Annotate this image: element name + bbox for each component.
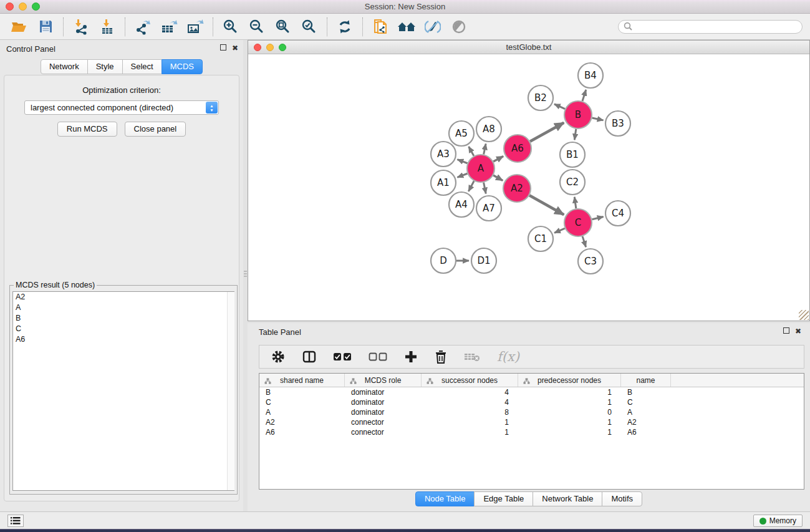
network-window-titlebar[interactable]: testGlobe.txt (248, 41, 809, 54)
graph-node-C[interactable]: C (564, 209, 592, 236)
graph-node-B2[interactable]: B2 (528, 85, 553, 110)
tab-network-table[interactable]: Network Table (533, 491, 602, 506)
graph-edge-A-A6[interactable] (493, 156, 503, 162)
splitter-grip[interactable] (244, 271, 247, 278)
close-panel-icon[interactable]: ✖ (232, 44, 238, 52)
graph-edge-B-B1[interactable] (574, 129, 576, 140)
table-cell[interactable]: A6 (259, 427, 345, 437)
tab-edge-table[interactable]: Edge Table (474, 491, 533, 506)
graph-node-D[interactable]: D (431, 248, 456, 273)
network-canvas[interactable]: B4B2BB3A5A8A6A3B1AA1C2A2A4A7C4CC1C3DD1 (249, 54, 809, 321)
save-session-icon[interactable] (35, 16, 56, 37)
graph-edge-B-B3[interactable] (592, 118, 603, 120)
refresh-icon[interactable] (334, 16, 355, 37)
mcds-result-item[interactable]: C (13, 324, 234, 334)
criterion-select[interactable]: largest connected component (directed) ▲… (24, 100, 219, 115)
graph-node-C4[interactable]: C4 (605, 201, 630, 226)
graph-edge-A2-C[interactable] (529, 195, 564, 215)
delete-column-icon[interactable] (435, 348, 447, 365)
table-settings-icon[interactable] (271, 348, 286, 365)
table-cell[interactable]: 1 (518, 417, 621, 427)
zoom-in-icon[interactable] (220, 16, 241, 37)
tab-node-table[interactable]: Node Table (415, 491, 475, 506)
graph-edge-A-A7[interactable] (484, 183, 486, 194)
graph-node-C3[interactable]: C3 (578, 249, 603, 274)
column-header[interactable]: shared name (259, 374, 345, 387)
tab-network[interactable]: Network (41, 59, 88, 74)
graph-edge-C-C3[interactable] (582, 236, 586, 247)
zoom-out-icon[interactable] (246, 16, 268, 37)
mcds-result-scrollbar[interactable] (227, 292, 234, 490)
table-cell[interactable]: dominator (345, 387, 422, 397)
table-cell[interactable]: B (621, 387, 671, 397)
tab-motifs[interactable]: Motifs (602, 491, 642, 506)
table-cell[interactable]: A (621, 407, 671, 417)
table-cell[interactable]: connector (345, 417, 422, 427)
table-cell[interactable]: 1 (518, 427, 621, 437)
graph-edge-B-B2[interactable] (554, 104, 565, 109)
graph-edge-A-A1[interactable] (457, 173, 467, 177)
table-cell[interactable]: 0 (518, 407, 621, 417)
table-cell[interactable]: 4 (422, 387, 518, 397)
table-cell[interactable]: 1 (518, 387, 621, 397)
table-cell[interactable]: A2 (259, 417, 345, 427)
graph-node-A7[interactable]: A7 (476, 196, 501, 221)
vertical-splitter[interactable] (243, 40, 248, 511)
graph-node-A4[interactable]: A4 (449, 192, 474, 217)
graph-edge-A-A4[interactable] (468, 181, 474, 191)
graph-edge-C-C4[interactable] (592, 216, 603, 219)
table-row[interactable]: Bdominator41B (259, 387, 804, 397)
table-cell[interactable]: dominator (345, 397, 422, 407)
export-table-icon[interactable] (158, 16, 180, 37)
graph-edge-A-A3[interactable] (457, 160, 467, 163)
graph-node-A6[interactable]: A6 (504, 135, 531, 162)
add-column-icon[interactable] (404, 348, 418, 365)
graph-node-D1[interactable]: D1 (471, 248, 496, 273)
table-cell[interactable]: 1 (518, 397, 621, 407)
show-columns-icon[interactable] (302, 348, 316, 365)
mcds-result-item[interactable]: A2 (13, 292, 234, 302)
column-header[interactable]: name (621, 374, 671, 387)
import-table-icon[interactable] (97, 16, 118, 37)
column-header[interactable]: MCDS role (345, 374, 422, 387)
delete-table-icon[interactable] (464, 348, 480, 365)
tab-style[interactable]: Style (87, 59, 123, 74)
table-cell[interactable]: A (259, 407, 345, 417)
deselect-all-checkboxes-icon[interactable] (369, 348, 387, 365)
graph-edge-A-A5[interactable] (469, 147, 474, 156)
table-cell[interactable]: 1 (422, 427, 518, 437)
tab-mcds[interactable]: MCDS (162, 59, 203, 74)
function-builder-icon[interactable]: f(x) (497, 348, 519, 365)
graph-edge-A-A2[interactable] (493, 175, 503, 180)
graph-node-B[interactable]: B (564, 101, 592, 128)
memory-button[interactable]: Memory (753, 515, 803, 527)
show-graphics-details-icon[interactable] (448, 16, 470, 37)
select-all-checkboxes-icon[interactable] (333, 348, 352, 365)
table-row[interactable]: A2connector11A2 (259, 417, 804, 427)
graph-node-C2[interactable]: C2 (560, 170, 585, 195)
close-panel-button[interactable]: Close panel (125, 122, 186, 137)
open-file-icon[interactable] (9, 16, 30, 37)
table-cell[interactable]: dominator (345, 407, 422, 417)
graph-node-B1[interactable]: B1 (560, 142, 585, 167)
table-cell[interactable]: 1 (422, 417, 518, 427)
table-cell[interactable]: A2 (621, 417, 671, 427)
graph-edge-B-B4[interactable] (582, 90, 586, 101)
table-row[interactable]: A6connector11A6 (259, 427, 804, 437)
graph-node-A8[interactable]: A8 (476, 117, 501, 142)
graph-node-A2[interactable]: A2 (503, 175, 531, 202)
import-network-icon[interactable] (70, 16, 92, 37)
graph-node-A3[interactable]: A3 (431, 142, 456, 167)
graph-node-B3[interactable]: B3 (605, 111, 630, 136)
network-canvas-svg[interactable]: B4B2BB3A5A8A6A3B1AA1C2A2A4A7C4CC1C3DD1 (249, 54, 809, 321)
mcds-result-item[interactable]: B (13, 313, 234, 324)
graph-node-B4[interactable]: B4 (578, 63, 603, 88)
zoom-selected-icon[interactable] (299, 16, 320, 37)
mcds-result-list[interactable]: A2ABCA6 (12, 291, 234, 491)
table-row[interactable]: Cdominator41C (259, 397, 804, 407)
graph-node-A1[interactable]: A1 (431, 170, 456, 195)
run-mcds-button[interactable]: Run MCDS (57, 122, 117, 137)
table-cell[interactable]: C (621, 397, 671, 407)
window-resize-grip[interactable] (799, 310, 809, 320)
graph-edge-C-C2[interactable] (574, 197, 576, 208)
